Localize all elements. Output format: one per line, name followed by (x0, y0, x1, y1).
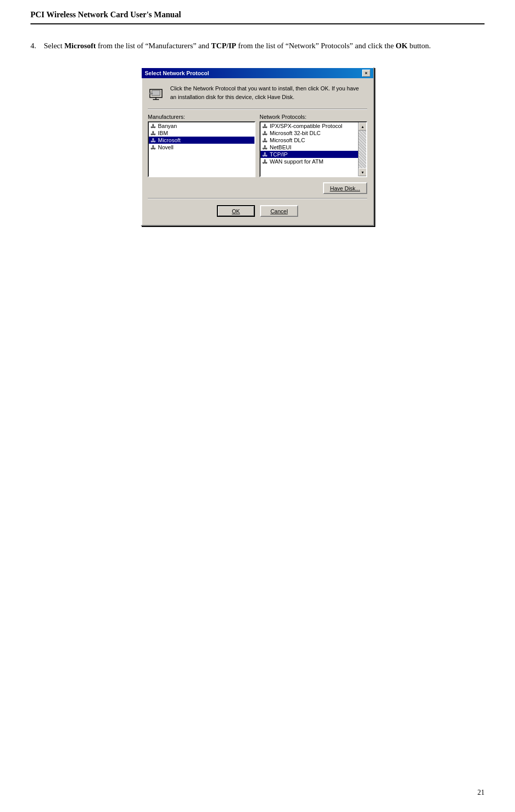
scroll-track[interactable] (359, 131, 366, 168)
ok-button[interactable]: OK (217, 205, 255, 217)
instruction-text-2: from the list of “Manufacturers” and (96, 42, 211, 50)
dialog-body: Click the Network Protocol that you want… (142, 78, 373, 225)
microsoft-icon: 🖧 (151, 138, 156, 143)
list-item-msdlc[interactable]: 🖧 Microsoft DLC (261, 137, 358, 144)
instruction-text-4: button. (407, 42, 431, 50)
ok-label: OK (232, 208, 240, 214)
info-text: Click the Network Protocol that you want… (170, 84, 359, 101)
netbeui-icon: 🖧 (263, 145, 268, 150)
ipx-icon: 🖧 (263, 123, 268, 129)
wan-icon: 🖧 (263, 159, 268, 165)
info-text-line1: Click the Network Protocol that you want… (170, 84, 359, 93)
instruction-text-1: Select (44, 42, 64, 50)
page-number: 21 (477, 789, 485, 797)
scroll-down-button[interactable]: ▼ (359, 168, 367, 176)
list-item-netbeui[interactable]: 🖧 NetBEUI (261, 144, 358, 151)
list-item-microsoft[interactable]: 🖧 Microsoft (149, 137, 254, 144)
novell-icon: 🖧 (151, 145, 156, 150)
protocols-listbox[interactable]: 🖧 IPX/SPX-compatible Protocol 🖧 Microsof… (260, 121, 367, 177)
have-disk-button[interactable]: Have Disk... (323, 182, 367, 194)
protocols-scrollbar[interactable]: ▲ ▼ (358, 122, 366, 176)
page-container: PCI Wireless Network Card User's Manual … (0, 0, 515, 812)
banyan-icon: 🖧 (151, 123, 156, 129)
ms32dlc-icon: 🖧 (263, 131, 268, 136)
cancel-button[interactable]: Cancel (260, 205, 298, 217)
list-item-banyan[interactable]: 🖧 Banyan (149, 122, 254, 129)
svg-rect-1 (152, 90, 160, 95)
dialog-close-button[interactable]: × (362, 70, 370, 77)
separator-2 (148, 198, 367, 199)
list-item-tcpip[interactable]: 🖧 TCP/IP (261, 151, 358, 158)
tcpip-icon: 🖧 (263, 152, 268, 157)
protocols-list-content: 🖧 IPX/SPX-compatible Protocol 🖧 Microsof… (261, 122, 358, 176)
list-item-ibm[interactable]: 🖧 IBM (149, 129, 254, 137)
list-item-novell[interactable]: 🖧 Novell (149, 144, 254, 151)
step-number: 4. (30, 42, 36, 50)
list-item-ms32dlc[interactable]: 🖧 Microsoft 32-bit DLC (261, 129, 358, 137)
info-area: Click the Network Protocol that you want… (148, 84, 367, 102)
have-disk-label: Have Disk... (330, 185, 360, 191)
have-disk-row: Have Disk... (148, 182, 367, 194)
list-item-wan[interactable]: 🖧 WAN support for ATM (261, 158, 358, 165)
protocols-label: Network Protocols: (260, 114, 367, 120)
instruction-text-3: from the list of “Network” Protocols” an… (236, 42, 396, 50)
dialog-container: Select Network Protocol × (30, 67, 485, 226)
button-row: OK Cancel (148, 203, 367, 219)
dialog-title: Select Network Protocol (145, 70, 362, 76)
network-info-icon (148, 85, 164, 102)
ok-reference-label: OK (396, 42, 407, 50)
cancel-label: Cancel (270, 208, 287, 214)
manufacturers-listbox[interactable]: 🖧 Banyan 🖧 IBM 🖧 Microsoft (148, 121, 255, 177)
separator-1 (148, 109, 367, 110)
step-instruction: 4. Select Microsoft from the list of “Ma… (30, 40, 485, 52)
msdlc-icon: 🖧 (263, 138, 268, 143)
info-text-line2: an installation disk for this device, cl… (170, 93, 359, 102)
tcpip-label: TCP/IP (211, 42, 236, 50)
ibm-icon: 🖧 (151, 131, 156, 136)
protocols-section: Network Protocols: 🖧 IPX/SPX-compatible … (260, 114, 367, 177)
scroll-up-button[interactable]: ▲ (359, 122, 367, 131)
lists-row: Manufacturers: 🖧 Banyan 🖧 IBM (148, 114, 367, 177)
manufacturers-label: Manufacturers: (148, 114, 255, 120)
page-header: PCI Wireless Network Card User's Manual (30, 10, 485, 24)
page-header-title: PCI Wireless Network Card User's Manual (30, 10, 181, 19)
manufacturers-section: Manufacturers: 🖧 Banyan 🖧 IBM (148, 114, 255, 177)
win-titlebar: Select Network Protocol × (142, 68, 373, 78)
win-dialog: Select Network Protocol × (141, 67, 374, 226)
microsoft-label: Microsoft (65, 42, 96, 50)
list-item-ipx[interactable]: 🖧 IPX/SPX-compatible Protocol (261, 122, 358, 129)
